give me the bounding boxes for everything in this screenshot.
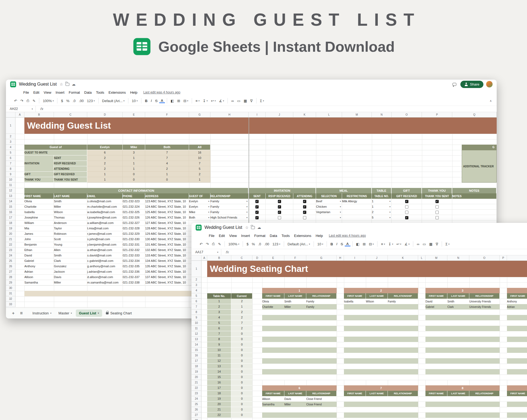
guest-cell[interactable] — [507, 364, 527, 369]
select-all-corner[interactable] — [6, 112, 15, 118]
dropdown-cell[interactable]: ▾Family — [210, 210, 249, 215]
guest-cell[interactable] — [366, 320, 388, 326]
menu-help[interactable]: Help — [128, 90, 139, 95]
row-header-17[interactable]: 17 — [6, 215, 15, 220]
current-count-cell[interactable]: 1 — [231, 304, 252, 310]
checkbox-checked[interactable]: ✓ — [278, 205, 281, 209]
column-header-J[interactable]: J — [366, 255, 388, 261]
cell[interactable]: 124 ABC Street, XYZ State, 10 — [145, 204, 189, 210]
guest-cell[interactable] — [388, 402, 418, 407]
summary-value[interactable]: 2 — [87, 161, 123, 166]
row-header-7[interactable]: 7 — [6, 161, 15, 166]
guest-cell[interactable] — [507, 402, 527, 407]
summary-value[interactable]: 6 — [87, 150, 123, 155]
row-header-16[interactable]: 16 — [6, 210, 15, 215]
redo-icon[interactable]: ↷ — [19, 98, 25, 103]
row-header-12[interactable]: 12 — [6, 188, 15, 193]
cell[interactable] — [342, 215, 372, 220]
guest-cell[interactable] — [469, 353, 500, 358]
current-count-cell[interactable]: 0 — [231, 331, 252, 337]
create-filter-icon[interactable]: ∇ — [249, 98, 254, 103]
guest-cell[interactable] — [388, 347, 418, 353]
current-count-cell[interactable]: 2 — [231, 310, 252, 315]
checkbox-unchecked[interactable] — [435, 216, 439, 219]
cell[interactable]: 126 ABC Street, XYZ State, 10 — [145, 215, 189, 220]
row-header-33[interactable]: 33 — [6, 302, 15, 307]
guest-cell[interactable] — [388, 358, 418, 364]
row-header-11[interactable]: 11 — [191, 326, 201, 331]
guest-cell[interactable] — [306, 342, 337, 347]
chevron-down-icon[interactable]: ▾ — [246, 210, 248, 215]
column-label[interactable]: NOTES — [452, 193, 497, 199]
column-header-I[interactable]: I — [344, 255, 366, 261]
cell[interactable]: Young — [54, 242, 87, 248]
guest-cell[interactable] — [366, 375, 388, 380]
cell[interactable]: 021-232-330 — [123, 237, 145, 242]
guest-cell[interactable] — [507, 396, 527, 402]
cell[interactable] — [342, 204, 372, 210]
checkbox-unchecked[interactable] — [405, 205, 408, 209]
guest-cell[interactable] — [306, 364, 337, 369]
column-label[interactable]: RESTRICTIONS — [342, 193, 372, 199]
column-header-G[interactable]: G — [306, 255, 337, 261]
checkbox-cell[interactable] — [293, 215, 316, 220]
summary-value[interactable]: 0 — [145, 177, 189, 183]
summary-value[interactable]: 7 — [189, 161, 210, 166]
column-label[interactable]: SELECTION — [316, 193, 342, 199]
cell[interactable]: 021-232-338 — [123, 280, 145, 285]
number-format-select[interactable]: 123▾ — [85, 98, 96, 103]
cell[interactable]: Anthony — [24, 264, 54, 269]
group-column-header[interactable]: FIRST NAME — [344, 293, 366, 299]
insert-chart-icon[interactable]: ▦ — [428, 242, 434, 247]
guest-cell[interactable] — [425, 331, 447, 337]
row-header-27[interactable]: 27 — [6, 269, 15, 275]
avatar[interactable] — [486, 81, 493, 88]
row-header-14[interactable]: 14 — [6, 199, 15, 204]
spreadsheet-grid[interactable]: ABCDEFGHIJKLMNOPQ12345678910111213141516… — [191, 255, 527, 420]
checkbox-checked[interactable]: ✓ — [255, 216, 259, 219]
menu-edit[interactable]: Edit — [217, 233, 227, 238]
current-count-cell[interactable]: 0 — [231, 391, 252, 396]
cell[interactable]: c.gabriel@mail.com — [87, 258, 123, 264]
guest-cell[interactable] — [507, 347, 527, 353]
guest-cell[interactable] — [262, 375, 284, 380]
row-header-8[interactable]: 8 — [191, 310, 201, 315]
increase-decimals-icon[interactable]: .00 — [77, 98, 85, 103]
group-number-header[interactable]: 8 — [425, 385, 500, 391]
guest-cell[interactable] — [388, 407, 418, 412]
guest-cell[interactable] — [469, 342, 500, 347]
guest-cell[interactable] — [447, 310, 469, 315]
menu-file[interactable]: File — [21, 90, 31, 95]
current-count-cell[interactable]: 0 — [231, 375, 252, 380]
document-title[interactable]: Wedding Guest List — [19, 82, 57, 87]
chevron-down-icon[interactable]: ▾ — [246, 215, 248, 220]
cell[interactable]: j.adrian@mail.com — [87, 269, 123, 275]
cell[interactable]: 021-232-324 — [123, 204, 145, 210]
chevron-down-icon[interactable]: ▾ — [340, 215, 341, 220]
dropdown-cell[interactable]: ▾1 — [372, 199, 392, 204]
row-header-1[interactable]: 1 — [191, 261, 201, 277]
guest-cell[interactable] — [262, 320, 284, 326]
guest-cell[interactable] — [306, 412, 337, 418]
group-number-header[interactable] — [507, 288, 527, 293]
checkbox-cell[interactable]: ✓ — [293, 199, 316, 204]
checkbox-cell[interactable] — [422, 204, 452, 210]
summary-col-header[interactable]: Mike — [123, 145, 145, 150]
chevron-down-icon[interactable]: ▾ — [208, 204, 209, 209]
text-color-icon[interactable]: A — [345, 242, 350, 246]
current-count-cell[interactable]: 0 — [231, 364, 252, 369]
guest-cell[interactable] — [344, 402, 366, 407]
guest-cell[interactable] — [262, 353, 284, 358]
cell[interactable] — [452, 215, 497, 220]
guest-cell[interactable] — [507, 369, 527, 375]
guest-cell[interactable] — [344, 375, 366, 380]
cell[interactable]: d.allison@mail.com — [87, 275, 123, 280]
tracker-cell[interactable]: ADDITIONAL TRACKER — [462, 150, 497, 183]
guest-cell[interactable] — [469, 396, 500, 402]
column-label[interactable]: ADDRESS — [145, 193, 189, 199]
guest-cell[interactable] — [262, 412, 284, 418]
row-header-28[interactable]: 28 — [191, 418, 201, 420]
cell[interactable]: 136 ABC Street, XYZ State, 10 — [145, 269, 189, 275]
guest-cell[interactable]: Anthony — [507, 299, 527, 304]
guest-cell[interactable] — [447, 358, 469, 364]
